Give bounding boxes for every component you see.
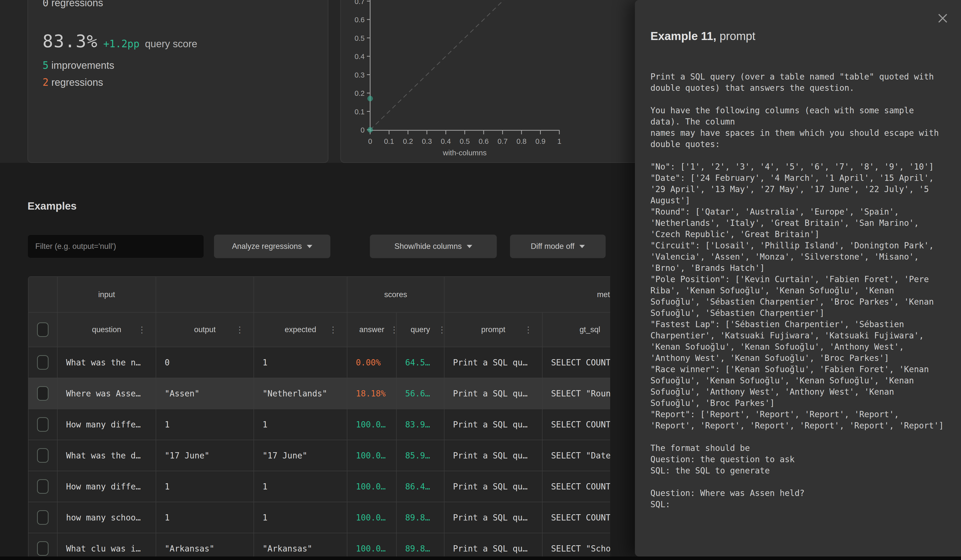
horizontal-scrollbar-track[interactable] <box>0 557 961 560</box>
table-row[interactable]: What was the n…010.00%64.5…Print a SQL q… <box>29 347 610 378</box>
column-header-expected[interactable]: expected⋮ <box>254 313 347 347</box>
prompt-text: Print a SQL query (over a table named "t… <box>651 71 944 510</box>
row-checkbox[interactable] <box>37 448 48 463</box>
improvements-stat: 5 improvements <box>43 59 114 71</box>
prompt-cell: Print a SQL qu… <box>445 347 543 378</box>
column-header-answer[interactable]: answer⋮ <box>347 313 397 347</box>
column-menu-icon[interactable]: ⋮ <box>236 326 244 334</box>
chevron-down-icon <box>467 245 472 248</box>
analyze-regressions-label: Analyze regressions <box>232 242 302 251</box>
panel-title-example: Example 11, <box>651 29 716 43</box>
output-cell: "Arkansas" <box>156 533 254 557</box>
y-tick-label: 0.5 <box>355 34 365 42</box>
x-tick-label: 0.6 <box>479 137 489 145</box>
table-row[interactable]: Where was Asse…"Assen""Netherlands"18.18… <box>29 378 610 409</box>
diff-mode-label: Diff mode off <box>531 242 575 251</box>
examples-table-grid: input scores metadata question⋮ output⋮ … <box>29 277 610 557</box>
y-tick-label: 0.3 <box>355 71 365 79</box>
score-delta: +1.2pp <box>103 38 140 50</box>
scatter-point[interactable] <box>367 127 373 133</box>
expected-cell: 1 <box>254 502 347 533</box>
y-tick-label: 0.7 <box>355 0 365 5</box>
show-hide-columns-button[interactable]: Show/hide columns <box>370 234 497 258</box>
row-select-cell <box>29 533 58 557</box>
row-select-cell <box>29 471 58 502</box>
column-label: output <box>194 325 215 334</box>
score-value: 83.3% <box>43 31 98 51</box>
regression-label: regressions <box>51 0 103 8</box>
column-header-gt-sql[interactable]: gt_sql <box>543 313 610 347</box>
question-cell: How many diffe… <box>58 471 156 502</box>
column-label: prompt <box>481 325 505 334</box>
output-cell: 1 <box>156 471 254 502</box>
regressions-stat: 2 regressions <box>43 77 103 88</box>
analyze-regressions-button[interactable]: Analyze regressions <box>214 234 330 258</box>
expected-cell: "Arkansas" <box>254 533 347 557</box>
filter-input[interactable] <box>27 234 204 258</box>
column-label: answer <box>359 325 384 334</box>
x-tick-label: 0.5 <box>460 137 470 145</box>
row-select-cell <box>29 409 58 440</box>
row-checkbox[interactable] <box>37 510 48 525</box>
column-header-prompt[interactable]: prompt⋮ <box>445 313 543 347</box>
table-row[interactable]: What clu was i…"Arkansas""Arkansas"100.0… <box>29 533 610 557</box>
table-row[interactable]: What was the d…"17 June""17 June"100.0…8… <box>29 440 610 471</box>
x-tick-label: 0.2 <box>403 137 413 145</box>
column-header-question[interactable]: question⋮ <box>58 313 156 347</box>
row-checkbox[interactable] <box>37 479 48 494</box>
gt-sql-cell: SELECT "Schoo <box>543 533 610 557</box>
gt-sql-cell: SELECT "Round <box>543 378 610 409</box>
answer-score-cell: 100.0… <box>347 409 397 440</box>
answer-score-cell: 100.0… <box>347 533 397 557</box>
column-menu-icon[interactable]: ⋮ <box>138 326 146 334</box>
diff-mode-button[interactable]: Diff mode off <box>510 234 606 258</box>
close-icon <box>937 12 949 24</box>
x-tick-label: 0 <box>368 137 372 145</box>
column-header-query[interactable]: query⋮ <box>397 313 445 347</box>
table-row[interactable]: How many diffe…11100.0…86.4…Print a SQL … <box>29 471 610 502</box>
row-checkbox[interactable] <box>37 355 48 370</box>
column-menu-icon[interactable]: ⋮ <box>524 326 532 334</box>
show-hide-columns-label: Show/hide columns <box>394 242 462 251</box>
examples-table: input scores metadata question⋮ output⋮ … <box>28 276 610 557</box>
column-menu-icon[interactable]: ⋮ <box>390 326 397 334</box>
column-menu-icon[interactable]: ⋮ <box>329 326 337 334</box>
column-label: gt_sql <box>580 325 600 334</box>
question-cell: How many diffe… <box>58 409 156 440</box>
question-cell: Where was Asse… <box>58 378 156 409</box>
prompt-cell: Print a SQL qu… <box>445 502 543 533</box>
chevron-down-icon <box>579 245 585 248</box>
y-tick-label: 0.1 <box>355 108 365 116</box>
score-name: query score <box>145 38 197 50</box>
y-tick-label: 0.2 <box>355 89 365 97</box>
x-tick-label: 0.1 <box>384 137 394 145</box>
scatter-point[interactable] <box>367 96 373 101</box>
x-tick-label: 0.3 <box>422 137 432 145</box>
query-score-cell: 64.5… <box>397 347 445 378</box>
row-checkbox[interactable] <box>37 417 48 432</box>
row-select-cell <box>29 378 58 409</box>
column-menu-icon[interactable]: ⋮ <box>438 326 445 334</box>
regressions-label: regressions <box>51 77 103 88</box>
question-cell: how many schoo… <box>58 502 156 533</box>
panel-title: Example 11, prompt <box>651 29 755 43</box>
query-score-cell: 89.8… <box>397 502 445 533</box>
answer-score-cell: 100.0… <box>347 502 397 533</box>
improvements-count: 5 <box>43 59 48 71</box>
gt-sql-cell: SELECT COUNT( <box>543 347 610 378</box>
select-all-checkbox[interactable] <box>37 323 48 337</box>
prompt-cell: Print a SQL qu… <box>445 378 543 409</box>
expected-cell: 1 <box>254 409 347 440</box>
group-header-output <box>156 277 254 313</box>
gt-sql-cell: SELECT COUNT( <box>543 409 610 440</box>
output-cell: 0 <box>156 347 254 378</box>
row-checkbox[interactable] <box>37 541 48 556</box>
table-group-header-row: input scores metadata <box>29 277 610 313</box>
row-checkbox[interactable] <box>37 386 48 401</box>
column-header-output[interactable]: output⋮ <box>156 313 254 347</box>
close-panel-button[interactable] <box>937 12 949 24</box>
table-row[interactable]: How many diffe…11100.0…83.9…Print a SQL … <box>29 409 610 440</box>
row-select-cell <box>29 502 58 533</box>
table-row[interactable]: how many schoo…11100.0…89.8…Print a SQL … <box>29 502 610 533</box>
query-score-cell: 56.6… <box>397 378 445 409</box>
